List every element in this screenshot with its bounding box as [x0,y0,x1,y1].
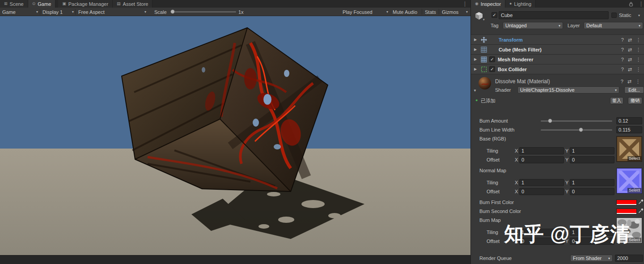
scale-slider-thumb[interactable] [170,9,175,14]
game-toolbar: Game ▾ Display 1 ▾ Free Aspect ▾ Scale 1… [0,8,470,16]
inspector-menu-icon[interactable]: ⋮ [638,1,644,7]
aspect-dropdown[interactable]: Free Aspect ▾ [78,9,146,15]
active-checkbox[interactable]: ✓ [491,12,497,18]
separator [471,74,644,74]
burn-line-width-value[interactable] [616,126,642,133]
base-offset-x[interactable] [519,156,564,163]
gameobject-name-field[interactable] [499,11,609,19]
kebab-icon[interactable]: ⋮ [636,66,641,72]
normal-tiling-x[interactable] [519,179,564,186]
base-tiling-y[interactable] [570,147,614,154]
mute-audio-button[interactable]: Mute Audio [393,9,417,16]
burn-second-color-swatch[interactable] [616,209,637,214]
tab-scene[interactable]: ⊞ Scene [0,0,28,8]
lock-icon[interactable] [628,1,634,7]
foldout-icon[interactable]: ▶ [474,48,477,51]
play-focused-dropdown[interactable]: Play Focused ▾ [343,9,388,15]
eyedropper-icon[interactable] [638,199,644,204]
select-button[interactable]: Select [627,188,641,193]
eyedropper-icon[interactable] [638,208,644,213]
burn-amount-slider[interactable] [541,120,612,122]
material-preview-sphere[interactable] [478,77,491,90]
gameobject-cube-icon[interactable] [475,11,483,20]
help-icon[interactable]: ? [621,56,624,63]
kebab-icon[interactable]: ⋮ [636,78,640,85]
display-label: Display 1 [42,9,63,15]
burn-line-width-slider-thumb[interactable] [579,128,583,132]
tab-asset-store[interactable]: ▤ Asset Store [113,0,153,8]
component-enabled-checkbox[interactable]: ✓ [489,66,495,72]
offset-label: Offset [487,156,500,163]
component-box-collider[interactable]: ▶ ✓ Box Collider ? ⇄ ⋮ [471,64,644,74]
preset-icon[interactable]: ⇄ [628,37,632,43]
shader-value: Unlit/Chapter15-Dissolve [520,87,575,93]
vcs-checkin-button[interactable]: 签入 [610,97,623,104]
game-dock-menu-icon[interactable]: ⋮ [462,1,468,7]
preset-icon[interactable]: ⇄ [628,56,632,63]
help-icon[interactable]: ? [621,37,624,43]
normal-tiling-y[interactable] [570,179,614,186]
preset-icon[interactable]: ⇄ [628,66,632,72]
icon-picker-arrow[interactable]: ▾ [483,18,485,21]
shader-edit-button[interactable]: Edit... [624,86,644,94]
base-map-thumbnail[interactable]: Select [616,136,642,162]
chevron-down-icon: ▾ [144,10,146,14]
display-dropdown[interactable]: Display 1 ▾ [42,9,74,15]
vcs-revert-button[interactable]: 撤销 [628,97,642,104]
layer-dropdown[interactable]: Default ▾ [584,22,643,29]
component-mesh-renderer[interactable]: ▶ ✓ Mesh Renderer ? ⇄ ⋮ [471,54,644,64]
component-enabled-checkbox[interactable]: ✓ [489,56,495,62]
tab-inspector[interactable]: ◉ Inspector [471,0,505,8]
normal-offset-x[interactable] [519,188,564,195]
static-checkbox[interactable] [611,13,617,18]
toolbar-separator [439,9,439,15]
play-focused-label: Play Focused [343,9,373,15]
inspector-icon: ◉ [475,2,479,6]
base-offset-y[interactable] [570,156,614,163]
help-icon[interactable]: ? [621,66,624,72]
foldout-icon[interactable]: ▶ [474,38,477,42]
select-button[interactable]: Select [627,156,641,161]
chevron-down-icon: ▾ [559,24,560,28]
material-foldout-icon[interactable]: ▼ [473,89,477,93]
render-queue-dropdown[interactable]: From Shader ▾ [570,255,613,262]
burn-amount-slider-thumb[interactable] [548,119,552,123]
static-label: Static [619,12,631,19]
kebab-icon[interactable]: ⋮ [636,56,641,63]
offset-label: Offset [487,238,500,245]
burn-amount-label: Burn Amount [479,117,508,124]
tab-lighting[interactable]: ● Lighting [505,0,536,8]
preset-icon[interactable]: ⇄ [628,47,632,53]
help-icon[interactable]: ? [621,78,623,85]
kebab-icon[interactable]: ⋮ [636,37,641,43]
burn-line-width-slider[interactable] [541,129,612,131]
edit-button-label: Edit... [628,88,640,93]
tag-dropdown[interactable]: Untagged ▾ [503,22,563,29]
component-transform[interactable]: ▶ Transform ? ⇄ ⋮ [471,34,644,44]
render-queue-value[interactable] [615,255,643,262]
static-dropdown-icon[interactable]: ▾ [638,14,640,17]
render-queue-mode: From Shader [573,255,602,261]
alpha-bar [617,213,636,214]
burn-first-color-swatch[interactable] [616,200,637,205]
base-tiling-x[interactable] [519,147,564,154]
gizmos-dropdown[interactable]: Gizmos ▾ [442,9,468,15]
foldout-icon[interactable]: ▶ [474,68,477,71]
component-title: Box Collider [498,67,527,72]
tab-game[interactable]: ⊙ Game [28,0,56,8]
normal-map-thumbnail[interactable]: Select [616,168,642,194]
scale-slider[interactable] [171,11,236,13]
foldout-icon[interactable]: ▶ [474,58,477,61]
help-icon[interactable]: ? [621,47,624,53]
game-viewport[interactable] [0,16,470,255]
burn-amount-value[interactable] [616,117,642,124]
stats-button[interactable]: Stats [425,9,436,16]
shader-dropdown[interactable]: Unlit/Chapter15-Dissolve ▾ [517,86,619,94]
preset-icon[interactable]: ⇄ [627,78,631,85]
tab-package-manager[interactable]: ▣ Package Manager [58,0,113,8]
display-target-dropdown[interactable]: Game ▾ [2,9,38,15]
normal-offset-y[interactable] [570,188,614,195]
component-mesh-filter[interactable]: ▶ Cube (Mesh Filter) ? ⇄ ⋮ [471,44,644,54]
tab-inspector-label: Inspector [481,1,501,7]
kebab-icon[interactable]: ⋮ [636,47,641,53]
